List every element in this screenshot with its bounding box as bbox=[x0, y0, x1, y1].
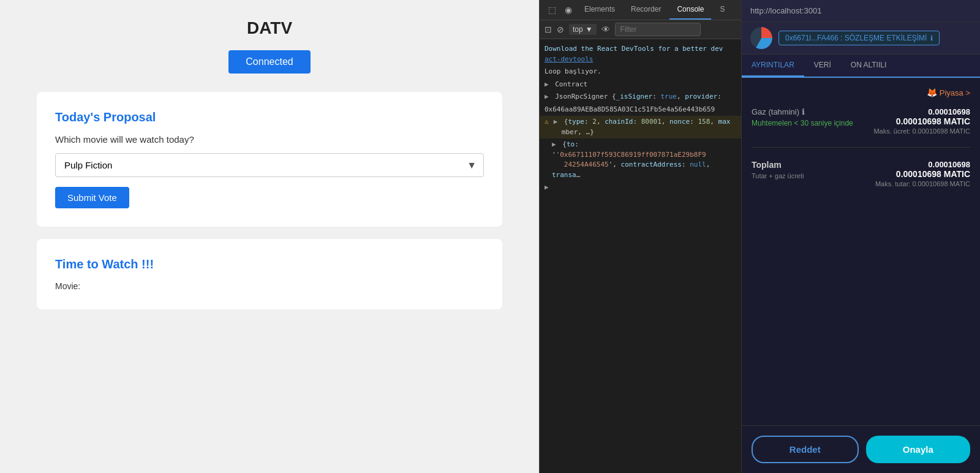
devtools-link[interactable]: act-devtools bbox=[545, 55, 593, 63]
gas-value-main: 0.00010698 bbox=[873, 107, 970, 116]
fox-icon: 🦊 bbox=[927, 88, 937, 97]
tab-s[interactable]: S bbox=[712, 0, 732, 20]
proposal-title: Today's Proposal bbox=[55, 110, 484, 124]
console-line: Download the React DevTools for a better… bbox=[540, 43, 741, 66]
devtools-icon-record[interactable]: ◉ bbox=[561, 0, 576, 20]
total-sub-label: Tutar + gaz ücreti bbox=[752, 172, 804, 180]
context-selector[interactable]: top ▼ bbox=[569, 24, 597, 35]
gas-max-label: Maks. ücret: bbox=[873, 127, 910, 135]
console-expand-more[interactable]: ▶ bbox=[540, 181, 741, 194]
divider bbox=[752, 147, 970, 148]
block-icon[interactable]: ⊘ bbox=[557, 25, 564, 34]
piyasa-label: Piyasa > bbox=[940, 88, 970, 97]
gas-values: 0.00010698 0.00010698 MATIC Maks. ücret:… bbox=[873, 107, 970, 135]
eye-icon[interactable]: 👁 bbox=[601, 25, 610, 34]
console-warn-line: ⚠ ▶ {type: 2, chainId: 80001, nonce: 158… bbox=[540, 116, 741, 138]
connected-button[interactable]: Connected bbox=[228, 50, 310, 74]
contract-badge-text: 0x6671l...FA466 : SÖZLEŞME ETKİLEŞİMİ bbox=[785, 34, 927, 42]
mm-tab-data[interactable]: VERİ bbox=[804, 55, 841, 77]
total-value-matic: 0.00010698 MATIC bbox=[875, 169, 970, 179]
metamask-content: 🦊 Piyasa > Gaz (tahmini) ℹ Muhtemelen < … bbox=[742, 78, 980, 425]
tab-recorder[interactable]: Recorder bbox=[624, 0, 668, 20]
app-title: DATV bbox=[247, 18, 292, 38]
movie-label: Movie: bbox=[55, 281, 484, 291]
devtools-tab-bar: ⬚ ◉ Elements Recorder Console S bbox=[540, 0, 741, 20]
metamask-sub-tabs: AYRINTILAR VERİ ON ALTIILI bbox=[742, 55, 980, 78]
tab-console[interactable]: Console bbox=[669, 0, 711, 20]
watch-title: Time to Watch !!! bbox=[55, 257, 484, 271]
piyasa-link[interactable]: 🦊 Piyasa > bbox=[927, 88, 970, 97]
mm-tab-details[interactable]: AYRINTILAR bbox=[742, 55, 804, 77]
console-line: Loop başlıyor. bbox=[540, 66, 741, 78]
gas-probably-label: Muhtemelen < 30 saniye içinde bbox=[752, 119, 853, 127]
metamask-contract-badge: 0x6671l...FA466 : SÖZLEŞME ETKİLEŞİMİ ℹ bbox=[778, 31, 940, 45]
total-max-row: Maks. tutar: 0.00010698 MATIC bbox=[875, 180, 970, 187]
devtools-console: Download the React DevTools for a better… bbox=[540, 39, 741, 473]
metamask-popup: http://localhost:3001 0x6671l...FA466 : … bbox=[741, 0, 980, 473]
reject-button[interactable]: Reddet bbox=[752, 436, 859, 463]
console-contract-expand[interactable]: ▶ Contract bbox=[540, 78, 741, 91]
gas-max-value: 0.00010698 MATIC bbox=[912, 127, 970, 135]
console-filter-input[interactable] bbox=[615, 23, 701, 36]
metamask-buttons: Reddet Onayla bbox=[742, 425, 980, 473]
console-address-line: 0x646aa89AEBa8D585A03C1c51Fb5e4a56e443b6… bbox=[540, 104, 741, 116]
mm-tab-hex[interactable]: ON ALTIILI bbox=[841, 55, 896, 77]
sidebar-icon[interactable]: ⊡ bbox=[545, 25, 552, 34]
devtools-toolbar: ⊡ ⊘ top ▼ 👁 bbox=[540, 20, 741, 39]
confirm-button[interactable]: Onayla bbox=[866, 436, 971, 463]
watch-card: Time to Watch !!! Movie: bbox=[37, 239, 502, 309]
gas-value-matic: 0.00010698 MATIC bbox=[873, 116, 970, 126]
total-value-main: 0.00010698 bbox=[875, 160, 970, 169]
metamask-logo bbox=[750, 27, 772, 49]
gas-max-row: Maks. ücret: 0.00010698 MATIC bbox=[873, 127, 970, 135]
total-max-value: 0.00010698 MATIC bbox=[912, 180, 970, 187]
devtools-icon-inspect[interactable]: ⬚ bbox=[545, 0, 560, 20]
console-tx-expand[interactable]: ▶ {type: 2, chainId: 80001, nonce: 158, … bbox=[554, 117, 731, 137]
metamask-contract-header: 0x6671l...FA466 : SÖZLEŞME ETKİLEŞİMİ ℹ bbox=[742, 22, 980, 55]
app-area: DATV Connected Today's Proposal Which mo… bbox=[0, 0, 539, 473]
devtools-panel: ⬚ ◉ Elements Recorder Console S ⊡ ⊘ top … bbox=[539, 0, 741, 473]
proposal-question: Which movie will we watch today? bbox=[55, 134, 484, 145]
total-row: Toplam Tutar + gaz ücreti 0.00010698 0.0… bbox=[752, 160, 970, 187]
proposal-card: Today's Proposal Which movie will we wat… bbox=[37, 92, 502, 227]
total-max-label: Maks. tutar: bbox=[875, 180, 910, 187]
total-values: 0.00010698 0.00010698 MATIC Maks. tutar:… bbox=[875, 160, 970, 187]
gas-label: Gaz (tahmini) ℹ bbox=[752, 107, 853, 116]
gas-row: Gaz (tahmini) ℹ Muhtemelen < 30 saniye i… bbox=[752, 107, 970, 135]
console-signer-expand[interactable]: ▶ JsonRpcSigner {_isSigner: true, provid… bbox=[540, 91, 741, 104]
total-label: Toplam bbox=[752, 160, 804, 170]
metamask-url-bar: http://localhost:3001 bbox=[742, 0, 980, 22]
tab-elements[interactable]: Elements bbox=[577, 0, 622, 20]
console-receipt-expand[interactable]: ▶ {to: ''0x66711107f593C86919ff007871aE2… bbox=[540, 138, 741, 181]
gas-info-icon[interactable]: ℹ bbox=[802, 107, 805, 116]
movie-dropdown[interactable]: Pulp Fiction The Godfather Inception Int… bbox=[55, 153, 484, 177]
submit-vote-button[interactable]: Submit Vote bbox=[55, 187, 129, 208]
context-dropdown-icon: ▼ bbox=[586, 25, 593, 34]
info-icon[interactable]: ℹ bbox=[930, 34, 933, 42]
movie-dropdown-wrapper: Pulp Fiction The Godfather Inception Int… bbox=[55, 153, 484, 177]
context-label: top bbox=[573, 25, 583, 34]
